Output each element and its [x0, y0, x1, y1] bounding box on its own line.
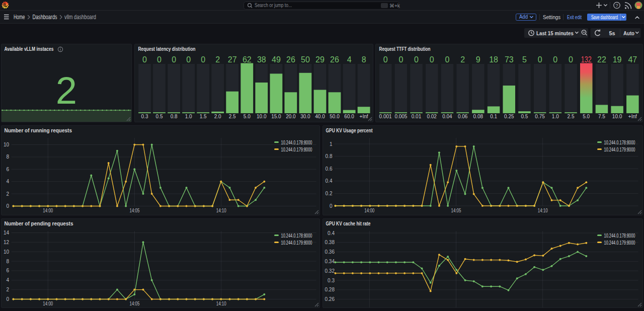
svg-text:6: 6 — [6, 268, 9, 273]
svg-text:26: 26 — [330, 55, 339, 64]
svg-text:0: 0 — [569, 55, 573, 64]
svg-text:12: 12 — [4, 239, 10, 245]
svg-text:+Inf: +Inf — [628, 114, 637, 119]
svg-text:10.244.0.178:8000: 10.244.0.178:8000 — [604, 232, 635, 238]
svg-text:Settings: Settings — [543, 14, 560, 20]
svg-text:0.2: 0.2 — [325, 191, 332, 196]
svg-text:Last 15 minutes: Last 15 minutes — [536, 30, 574, 36]
svg-text:7.5: 7.5 — [598, 114, 605, 119]
svg-text:0: 0 — [445, 55, 450, 64]
svg-text:49: 49 — [272, 55, 281, 64]
svg-text:14:00: 14:00 — [43, 301, 53, 306]
svg-text:14:05: 14:05 — [451, 208, 461, 213]
svg-text:Auto: Auto — [623, 30, 634, 36]
svg-text:0: 0 — [157, 55, 162, 64]
svg-text:0.75: 0.75 — [535, 114, 545, 119]
svg-text:0: 0 — [6, 203, 9, 209]
svg-text:Add: Add — [519, 14, 528, 20]
svg-text:?: ? — [615, 3, 618, 8]
svg-text:1.5: 1.5 — [199, 114, 206, 119]
svg-text:0.32: 0.32 — [325, 268, 335, 273]
svg-text:0.28: 0.28 — [325, 287, 335, 292]
svg-text:10.0: 10.0 — [257, 114, 267, 119]
svg-text:0.04: 0.04 — [442, 114, 452, 119]
svg-text:10: 10 — [4, 142, 10, 147]
svg-text:10.244.0.178:8000: 10.244.0.178:8000 — [604, 140, 635, 145]
svg-text:10.244.0.179:8000: 10.244.0.179:8000 — [604, 147, 635, 152]
svg-text:10.244.0.179:8000: 10.244.0.179:8000 — [604, 240, 635, 245]
svg-text:8: 8 — [361, 55, 366, 64]
svg-text:50.0: 50.0 — [330, 114, 340, 119]
svg-text:60.0: 60.0 — [344, 114, 354, 119]
svg-text:47: 47 — [628, 55, 637, 64]
svg-text:0: 0 — [553, 55, 558, 64]
svg-text:0.38: 0.38 — [325, 240, 335, 245]
svg-text:30.0: 30.0 — [300, 114, 310, 119]
svg-text:0.08: 0.08 — [473, 114, 484, 119]
svg-text:6: 6 — [6, 167, 9, 172]
svg-text:Save dashboard: Save dashboard — [591, 14, 618, 20]
svg-text:5.0: 5.0 — [243, 114, 250, 119]
svg-text:0.4: 0.4 — [328, 230, 335, 236]
svg-text:73: 73 — [505, 55, 514, 64]
svg-text:Available vLLM instaces: Available vLLM instaces — [5, 46, 54, 52]
svg-text:0: 0 — [538, 55, 542, 64]
svg-text:132: 132 — [581, 55, 592, 64]
svg-text:0.005: 0.005 — [395, 114, 408, 119]
svg-text:0.5: 0.5 — [155, 114, 163, 119]
svg-text:0.25: 0.25 — [504, 114, 514, 119]
svg-text:0: 0 — [201, 55, 205, 64]
svg-text:4: 4 — [6, 179, 9, 184]
svg-text:14:10: 14:10 — [216, 208, 226, 213]
svg-text:62: 62 — [242, 55, 251, 64]
svg-text:10.244.0.179:8000: 10.244.0.179:8000 — [281, 240, 312, 245]
svg-text:0.3: 0.3 — [141, 114, 148, 119]
svg-text:0: 0 — [6, 296, 9, 302]
svg-text:8: 8 — [6, 258, 9, 264]
svg-text:10.0: 10.0 — [612, 114, 622, 119]
svg-text:14:00: 14:00 — [364, 208, 374, 213]
svg-text:1: 1 — [329, 141, 332, 147]
svg-text:0: 0 — [383, 55, 388, 64]
svg-text:0: 0 — [329, 203, 332, 209]
svg-text:29: 29 — [315, 55, 325, 64]
svg-text:0.8: 0.8 — [170, 114, 177, 119]
svg-text:1.0: 1.0 — [185, 114, 192, 119]
svg-text:26: 26 — [286, 55, 295, 64]
svg-text:2: 2 — [6, 191, 9, 197]
svg-text:0.001: 0.001 — [379, 114, 392, 119]
svg-text:0.8: 0.8 — [325, 153, 332, 159]
svg-text:0: 0 — [172, 55, 176, 64]
svg-text:10: 10 — [4, 249, 10, 254]
svg-text:14: 14 — [4, 230, 10, 236]
svg-text:4: 4 — [6, 277, 9, 283]
svg-text:18: 18 — [489, 55, 498, 64]
svg-text:vllm dashboard: vllm dashboard — [64, 14, 96, 21]
svg-text:0.5: 0.5 — [521, 114, 528, 119]
svg-text:15.0: 15.0 — [271, 114, 281, 119]
svg-text:0: 0 — [399, 55, 404, 64]
svg-text:0.1: 0.1 — [490, 114, 497, 119]
svg-text:4: 4 — [347, 55, 351, 64]
svg-text:5.0: 5.0 — [583, 114, 590, 119]
svg-text:22: 22 — [597, 55, 606, 64]
svg-text:2.0: 2.0 — [214, 114, 221, 119]
svg-text:Home: Home — [14, 14, 25, 21]
svg-text:0.6: 0.6 — [325, 166, 332, 172]
svg-text:8: 8 — [6, 154, 9, 160]
svg-text:0.06: 0.06 — [458, 114, 468, 119]
svg-text:0.01: 0.01 — [412, 114, 422, 119]
svg-text:⌘+k: ⌘+k — [389, 3, 400, 9]
svg-text:14:05: 14:05 — [130, 208, 140, 213]
svg-text:14:10: 14:10 — [216, 301, 226, 306]
svg-text:2: 2 — [6, 287, 9, 292]
svg-text:9: 9 — [476, 55, 480, 64]
svg-text:20.0: 20.0 — [286, 114, 296, 119]
svg-text:0.34: 0.34 — [325, 258, 335, 264]
svg-text:50: 50 — [301, 55, 310, 64]
svg-text:0.4: 0.4 — [325, 178, 332, 184]
svg-text:2.5: 2.5 — [568, 114, 575, 119]
svg-text:38: 38 — [257, 55, 266, 64]
svg-text:0: 0 — [430, 55, 434, 64]
svg-text:Dashboards: Dashboards — [33, 14, 57, 21]
